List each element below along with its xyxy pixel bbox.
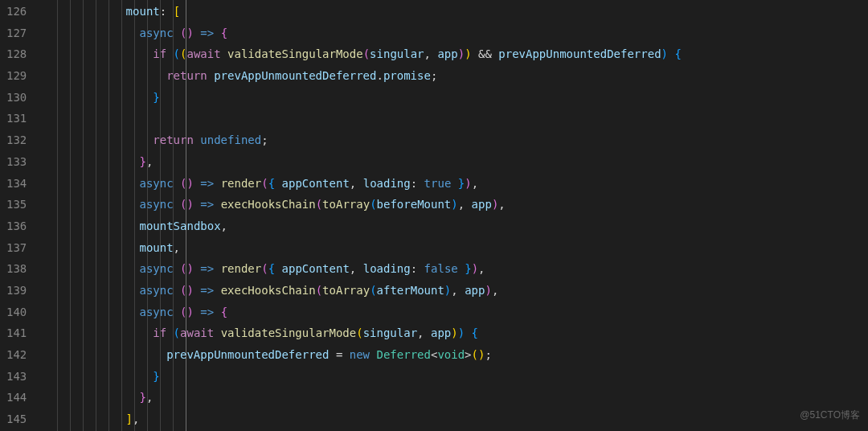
token-punct: , xyxy=(146,391,153,404)
token-punct: , xyxy=(458,198,472,211)
token-bracket-y: ] xyxy=(126,413,133,425)
code-line[interactable]: ], xyxy=(42,408,868,430)
token-bracket-b: } xyxy=(153,370,159,383)
token-var: app xyxy=(472,198,492,211)
token-punct xyxy=(174,306,180,318)
line-number: 127 xyxy=(6,23,27,44)
token-storage: => xyxy=(200,27,214,39)
token-bracket-p: ) xyxy=(186,27,193,39)
token-punct xyxy=(214,306,220,318)
code-line[interactable]: }, xyxy=(42,151,868,173)
token-punct xyxy=(465,326,471,339)
token-var: mountSandbox xyxy=(139,220,220,232)
token-var: promise xyxy=(383,69,431,82)
token-bracket-p: ( xyxy=(316,198,322,211)
line-number: 140 xyxy=(6,302,27,323)
line-number: 136 xyxy=(6,216,27,237)
token-storage: => xyxy=(200,262,214,275)
token-func: toArray xyxy=(322,284,370,297)
token-func: execHooksChain xyxy=(221,284,316,297)
token-punct: : xyxy=(411,177,417,190)
token-func: validateSingularMode xyxy=(227,47,363,60)
token-bracket-b: } xyxy=(153,91,159,104)
token-func: validateSingularMode xyxy=(221,326,357,339)
token-func: execHooksChain xyxy=(221,198,316,211)
token-punct xyxy=(174,27,180,39)
token-punct: , xyxy=(174,241,180,254)
code-line[interactable]: async () => render({ appContent, loading… xyxy=(42,258,868,280)
code-line[interactable]: mount: [ xyxy=(42,1,868,23)
token-punct xyxy=(458,262,465,275)
code-line[interactable]: return prevAppUnmountedDeferred.promise; xyxy=(42,65,868,87)
code-line[interactable] xyxy=(42,108,868,129)
code-editor[interactable]: 1261271281291301311321331341351361371381… xyxy=(0,0,868,431)
line-number: 132 xyxy=(6,129,27,151)
token-bracket-b: ) xyxy=(451,198,457,211)
token-punct xyxy=(214,27,220,39)
line-number: 135 xyxy=(6,194,27,216)
code-line[interactable]: }, xyxy=(42,387,868,408)
token-punct: , xyxy=(350,177,363,190)
token-punct: . xyxy=(376,69,383,82)
code-line[interactable]: } xyxy=(42,87,868,109)
token-punct xyxy=(166,5,173,18)
token-func: toArray xyxy=(322,198,370,211)
code-line[interactable]: mountSandbox, xyxy=(42,216,868,237)
token-storage: async xyxy=(139,198,173,211)
token-const: undefined xyxy=(200,133,261,146)
token-var: loading xyxy=(363,262,411,275)
token-type: void xyxy=(437,348,465,361)
token-punct: : xyxy=(411,262,417,275)
token-bracket-y: ) xyxy=(451,326,457,339)
token-bracket-p: { xyxy=(221,27,227,39)
token-bracket-y: ) xyxy=(465,47,471,60)
line-number: 138 xyxy=(6,258,27,280)
token-storage: async xyxy=(139,284,173,297)
token-type: Deferred xyxy=(377,348,431,361)
line-number: 133 xyxy=(6,151,27,173)
token-punct xyxy=(166,47,173,60)
code-line[interactable]: prevAppUnmountedDeferred = new Deferred<… xyxy=(42,344,868,366)
code-line[interactable]: if (await validateSingularMode(singular,… xyxy=(42,322,868,344)
token-bracket-p: } xyxy=(139,391,145,404)
token-storage: => xyxy=(200,198,214,211)
code-area[interactable]: mount: [ async () => { if ((await valida… xyxy=(42,0,868,431)
token-punct: , xyxy=(478,262,485,275)
code-line[interactable]: async () => render({ appContent, loading… xyxy=(42,173,868,195)
token-bracket-p: ) xyxy=(186,306,193,318)
token-bracket-p: ) xyxy=(472,262,478,275)
code-line[interactable]: } xyxy=(42,366,868,388)
token-var: singular xyxy=(363,326,417,339)
token-func: render xyxy=(221,177,262,190)
token-punct xyxy=(417,177,424,190)
watermark: @51CTO博客 xyxy=(800,404,860,426)
code-line[interactable]: return undefined; xyxy=(42,129,868,151)
token-bracket-b: { xyxy=(472,326,478,339)
code-line[interactable]: async () => { xyxy=(42,302,868,323)
token-punct xyxy=(207,69,214,82)
token-var: prevAppUnmountedDeferred xyxy=(498,47,661,60)
token-var: appContent xyxy=(282,177,350,190)
token-bracket-p: ) xyxy=(485,284,491,297)
code-line[interactable]: if ((await validateSingularMode(singular… xyxy=(42,43,868,65)
token-punct xyxy=(174,284,180,297)
token-punct xyxy=(214,284,220,297)
token-punct xyxy=(174,198,180,211)
token-func: render xyxy=(221,262,262,275)
code-line[interactable]: mount, xyxy=(42,237,868,259)
token-bracket-b: } xyxy=(465,262,471,275)
token-punct xyxy=(370,348,376,361)
token-var: prevAppUnmountedDeferred xyxy=(166,348,329,361)
token-punct: ; xyxy=(431,69,437,82)
code-line[interactable]: async () => { xyxy=(42,23,868,44)
code-line[interactable]: async () => execHooksChain(toArray(befor… xyxy=(42,194,868,216)
token-var: app xyxy=(465,284,485,297)
token-bracket-p: ( xyxy=(363,47,370,60)
token-punct xyxy=(174,177,180,190)
token-keyword: return xyxy=(153,133,194,146)
code-line[interactable]: async () => execHooksChain(toArray(after… xyxy=(42,280,868,302)
token-bracket-p: { xyxy=(221,306,227,318)
token-var: appContent xyxy=(282,262,350,275)
token-const: true xyxy=(424,177,452,190)
token-new: new xyxy=(350,348,370,361)
